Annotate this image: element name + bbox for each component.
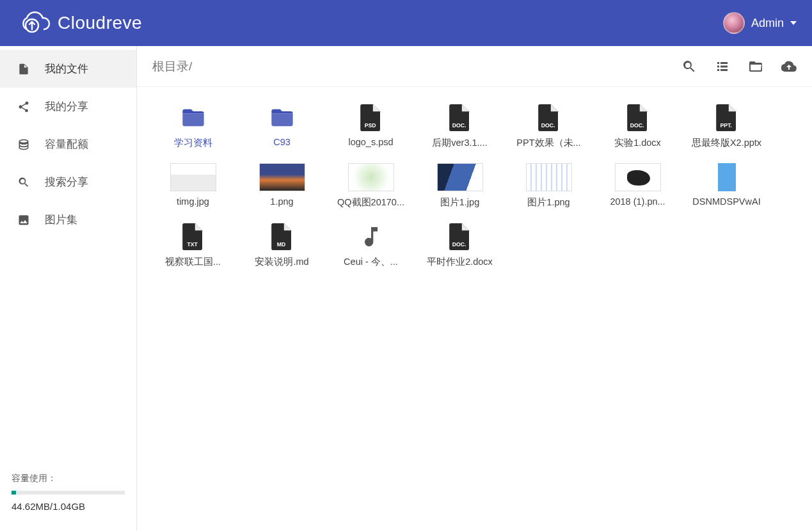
file-icon: PPT. xyxy=(689,102,765,133)
avatar xyxy=(723,12,745,34)
file-icon: DOC. xyxy=(422,221,498,252)
file-item[interactable]: Ceui - 今、... xyxy=(328,218,414,272)
file-name-label: PPT效果（未... xyxy=(516,137,580,149)
toolbar-actions xyxy=(681,59,797,74)
file-name-label: DSNMDSPVwAI xyxy=(692,196,760,207)
file-item[interactable]: 1.png xyxy=(239,158,325,212)
file-name-label: C93 xyxy=(273,137,291,147)
file-item[interactable]: MD安装说明.md xyxy=(239,218,325,272)
sidebar-item-label: 我的分享 xyxy=(45,99,88,114)
storage-widget: 容量使用： 44.62MB/1.04GB xyxy=(0,463,136,531)
sidebar-item-label: 容量配额 xyxy=(45,137,88,152)
svg-text:MD: MD xyxy=(276,241,285,248)
file-icon: MD xyxy=(244,221,321,252)
sidebar-item-label: 我的文件 xyxy=(45,61,88,76)
search-icon xyxy=(17,175,31,189)
image-thumbnail xyxy=(689,162,765,193)
user-menu[interactable]: Admin xyxy=(723,12,797,34)
folder-item[interactable]: C93 xyxy=(239,99,325,153)
sidebar-item-label: 搜索分享 xyxy=(45,175,88,189)
image-thumbnail xyxy=(333,162,410,193)
app-name: Cloudreve xyxy=(58,13,142,33)
file-name-label: 实验1.docx xyxy=(614,137,661,149)
file-icon xyxy=(333,221,410,252)
app-logo[interactable]: Cloudreve xyxy=(15,10,142,36)
file-item[interactable]: DOC.实验1.docx xyxy=(594,99,681,153)
file-item[interactable]: 图片1.jpg xyxy=(417,158,503,212)
image-thumbnail xyxy=(511,162,587,193)
storage-text: 44.62MB/1.04GB xyxy=(12,501,125,512)
file-item[interactable]: 2018 (1).pn... xyxy=(594,158,681,212)
upload-button[interactable] xyxy=(781,59,797,74)
storage-label: 容量使用： xyxy=(12,473,125,484)
search-button[interactable] xyxy=(681,59,697,74)
file-name-label: 平时作业2.docx xyxy=(427,256,493,268)
file-icon xyxy=(17,62,31,76)
folder-item[interactable]: 学习资料 xyxy=(150,99,236,153)
svg-text:DOC.: DOC. xyxy=(452,122,466,129)
caret-down-icon xyxy=(790,21,797,25)
file-name-label: 后期ver3.1.... xyxy=(432,137,487,149)
file-name-label: logo_s.psd xyxy=(348,137,393,147)
cloud-logo-icon xyxy=(15,10,51,36)
svg-text:TXT: TXT xyxy=(187,241,198,248)
file-item[interactable]: TXT视察联工国... xyxy=(150,218,236,272)
file-item[interactable]: PSDlogo_s.psd xyxy=(328,99,414,153)
file-icon: PSD xyxy=(333,102,410,133)
open-folder-button[interactable] xyxy=(748,59,763,74)
app-header: Cloudreve Admin xyxy=(0,0,812,46)
database-icon xyxy=(17,138,31,152)
file-item[interactable]: DOC.平时作业2.docx xyxy=(417,218,503,272)
sidebar: 我的文件 我的分享 容量配额 搜索分享 图片集 容量使用： xyxy=(0,46,137,531)
sidebar-item-label: 图片集 xyxy=(45,212,77,227)
file-icon: DOC. xyxy=(511,102,587,133)
list-view-button[interactable] xyxy=(715,59,730,74)
toolbar: 根目录/ xyxy=(137,46,812,87)
svg-text:DOC.: DOC. xyxy=(630,122,644,129)
file-item[interactable]: DOC.PPT效果（未... xyxy=(506,99,592,153)
nav: 我的文件 我的分享 容量配额 搜索分享 图片集 xyxy=(0,46,136,239)
svg-text:PPT.: PPT. xyxy=(720,122,731,129)
sidebar-item-my-shares[interactable]: 我的分享 xyxy=(0,88,136,125)
folder-icon xyxy=(155,102,232,133)
svg-text:DOC.: DOC. xyxy=(452,241,466,248)
image-thumbnail xyxy=(600,162,676,193)
user-name-label: Admin xyxy=(751,17,784,30)
sidebar-item-gallery[interactable]: 图片集 xyxy=(0,201,136,239)
folder-icon xyxy=(244,102,321,133)
sidebar-item-quota[interactable]: 容量配额 xyxy=(0,125,136,163)
image-thumbnail xyxy=(155,162,232,193)
file-item[interactable]: QQ截图20170... xyxy=(328,158,414,212)
file-name-label: 2018 (1).pn... xyxy=(610,196,665,207)
file-item[interactable]: DSNMDSPVwAI xyxy=(683,158,770,212)
file-grid-container: 学习资料C93PSDlogo_s.psdDOC.后期ver3.1....DOC.… xyxy=(137,87,812,531)
file-item[interactable]: 图片1.png xyxy=(506,158,592,212)
file-icon: DOC. xyxy=(600,102,676,133)
storage-bar xyxy=(12,491,125,495)
sidebar-item-search-shares[interactable]: 搜索分享 xyxy=(0,163,136,201)
file-item[interactable]: DOC.后期ver3.1.... xyxy=(417,99,503,153)
file-name-label: 学习资料 xyxy=(174,137,212,149)
file-icon: TXT xyxy=(155,221,232,252)
image-icon xyxy=(17,213,31,227)
file-name-label: 思最终版X2.pptx xyxy=(692,137,761,149)
storage-fill xyxy=(12,491,16,495)
file-item[interactable]: timg.jpg xyxy=(150,158,236,212)
file-name-label: 图片1.jpg xyxy=(440,196,479,209)
file-name-label: 图片1.png xyxy=(527,196,569,209)
file-name-label: 安装说明.md xyxy=(255,256,308,268)
file-item[interactable]: PPT.思最终版X2.pptx xyxy=(683,99,770,153)
file-icon: DOC. xyxy=(422,102,498,133)
file-name-label: Ceui - 今、... xyxy=(344,256,398,268)
breadcrumb[interactable]: 根目录/ xyxy=(152,58,192,75)
file-name-label: 1.png xyxy=(270,196,293,207)
image-thumbnail xyxy=(244,162,321,193)
share-icon xyxy=(17,100,31,114)
sidebar-item-my-files[interactable]: 我的文件 xyxy=(0,50,136,88)
svg-text:PSD: PSD xyxy=(364,122,376,129)
file-name-label: QQ截图20170... xyxy=(337,196,404,209)
file-name-label: 视察联工国... xyxy=(165,256,221,268)
file-name-label: timg.jpg xyxy=(177,196,209,207)
main: 根目录/ 学习资料C93PSDlogo_s.psdDOC.后期ver3.1...… xyxy=(137,46,812,531)
image-thumbnail xyxy=(422,162,498,193)
